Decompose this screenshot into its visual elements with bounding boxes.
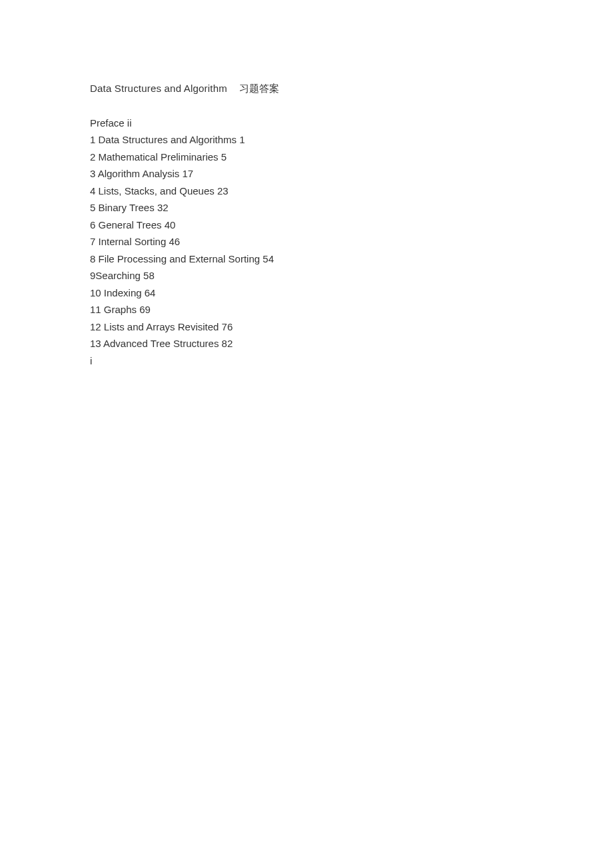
toc-entry: 4 Lists, Stacks, and Queues 23: [90, 183, 523, 200]
toc-entry: 5 Binary Trees 32: [90, 199, 523, 217]
toc-entry: 1 Data Structures and Algorithms 1: [90, 131, 523, 149]
toc-entry: 13 Advanced Tree Structures 82: [90, 335, 523, 352]
title-english: Data Structures and Algorithm: [90, 83, 227, 94]
toc-entry: 10 Indexing 64: [90, 284, 523, 302]
toc-entry: 2 Mathematical Preliminaries 5: [90, 149, 523, 166]
toc-entry: 12 Lists and Arrays Revisited 76: [90, 318, 523, 336]
toc-entry: Preface ii: [90, 115, 523, 132]
title-chinese: 习题答案: [239, 83, 279, 94]
table-of-contents: Preface ii 1 Data Structures and Algorit…: [90, 115, 523, 370]
toc-entry: 6 General Trees 40: [90, 217, 523, 234]
document-title: Data Structures and Algorithm 习题答案: [90, 80, 523, 97]
toc-entry: i: [90, 352, 523, 370]
toc-entry: 9Searching 58: [90, 267, 523, 284]
toc-entry: 7 Internal Sorting 46: [90, 233, 523, 250]
toc-entry: 11 Graphs 69: [90, 301, 523, 318]
toc-entry: 8 File Processing and External Sorting 5…: [90, 250, 523, 268]
toc-entry: 3 Algorithm Analysis 17: [90, 165, 523, 183]
